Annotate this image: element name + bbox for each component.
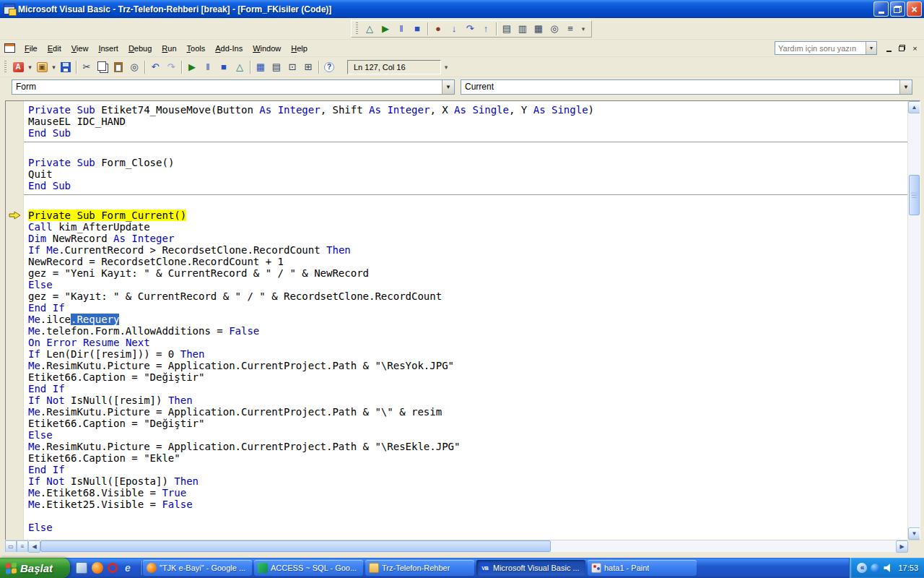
restore-button[interactable]: [890, 1, 905, 17]
margin-indicator-bar[interactable]: [6, 101, 24, 540]
locals-window-icon[interactable]: ▤: [499, 22, 515, 36]
tray-chevron-icon[interactable]: «: [857, 563, 867, 573]
menu-debug[interactable]: Debug: [123, 41, 157, 56]
code-line: If Not IsNull([resim]) Then: [28, 394, 907, 406]
menu-file[interactable]: File: [19, 41, 43, 56]
child-window-icon[interactable]: [4, 43, 15, 53]
procedure-combo-dropdown-icon[interactable]: ▼: [899, 80, 912, 94]
toggle-breakpoint-icon[interactable]: ●: [430, 22, 446, 36]
copy-icon[interactable]: [95, 60, 110, 74]
child-minimize-button[interactable]: [883, 43, 895, 53]
object-combo-dropdown-icon[interactable]: ▼: [442, 80, 454, 94]
call-stack-icon[interactable]: ≡: [562, 22, 578, 36]
code-line: Private Sub Form_Current(): [28, 210, 907, 221]
immediate-window-icon[interactable]: ▥: [515, 22, 531, 36]
volume-icon[interactable]: [884, 564, 893, 573]
menu-window[interactable]: Window: [248, 41, 286, 56]
menu-addins[interactable]: Add-Ins: [210, 41, 248, 56]
save-icon[interactable]: [58, 60, 74, 74]
design-mode-icon: △: [366, 23, 373, 34]
task-button-5[interactable]: hata1 - Paint: [588, 560, 697, 576]
scroll-left-icon[interactable]: ◀: [28, 540, 40, 553]
undo-icon[interactable]: ↶: [147, 60, 163, 74]
menu-run[interactable]: Run: [157, 41, 181, 56]
cut-icon[interactable]: ✂: [79, 60, 95, 74]
object-browser-icon[interactable]: ⊡: [284, 60, 300, 74]
run-icon[interactable]: ▶: [184, 60, 200, 74]
menu-help[interactable]: Help: [286, 41, 313, 56]
code-line: [28, 510, 907, 522]
watch-window-icon[interactable]: ▦: [531, 22, 546, 36]
menu-insert[interactable]: Insert: [93, 41, 123, 56]
standard-toolbar: A▾▣▾✂◎↶↷▶‖■△▦▤⊡⊞? Ln 127, Col 16 ▾: [0, 57, 924, 77]
vertical-scroll-thumb[interactable]: [909, 175, 920, 215]
design-mode-icon[interactable]: △: [362, 22, 378, 36]
minimize-button[interactable]: [873, 1, 889, 17]
help-search-box[interactable]: Yardım için soru yazın ▾: [775, 41, 877, 55]
horizontal-scroll-thumb[interactable]: [40, 540, 551, 552]
reset-icon[interactable]: ■: [216, 60, 232, 74]
view-host-app-icon[interactable]: A: [10, 60, 26, 74]
child-close-button[interactable]: ×: [909, 43, 921, 53]
taskbar-clock: 17:53: [898, 564, 918, 572]
toolbar-grip[interactable]: [4, 61, 6, 74]
step-out-icon[interactable]: ↑: [478, 22, 494, 36]
full-module-view-button[interactable]: ≡: [17, 540, 28, 553]
opera-icon[interactable]: [108, 563, 118, 573]
task-button-2[interactable]: ACCESS ~ SQL - Goo...: [254, 560, 363, 576]
horizontal-scroll-track[interactable]: [551, 540, 896, 552]
tray-app-icon[interactable]: [871, 564, 880, 573]
break-icon[interactable]: ‖: [393, 22, 409, 36]
task-button-1[interactable]: "TJK e-Bayi" - Google ...: [143, 560, 252, 576]
start-button[interactable]: Başlat: [0, 558, 70, 578]
menu-edit[interactable]: Edit: [43, 41, 66, 56]
run-icon[interactable]: ▶: [378, 22, 393, 36]
paste-icon: [114, 62, 123, 72]
horizontal-scrollbar[interactable]: ◀ ▶: [28, 540, 908, 552]
firefox-icon[interactable]: [92, 562, 103, 574]
reset-icon[interactable]: ■: [409, 22, 425, 36]
help-icon[interactable]: ?: [321, 60, 337, 74]
toolbar-options-icon[interactable]: ▾: [441, 60, 451, 74]
toolbar-separator: [144, 61, 145, 74]
scroll-right-icon[interactable]: ▶: [896, 540, 908, 553]
taskbar-divider: [141, 561, 141, 575]
procedure-combo[interactable]: Current ▼: [461, 79, 912, 95]
properties-window-icon[interactable]: ▤: [269, 60, 284, 74]
code-editor[interactable]: Private Sub Etiket74_MouseMove(Button As…: [24, 101, 907, 540]
child-restore-button[interactable]: [896, 43, 908, 53]
task-button-4[interactable]: VBMicrosoft Visual Basic ...: [476, 560, 585, 576]
toolbox-icon[interactable]: ⊞: [300, 60, 316, 74]
scroll-up-icon[interactable]: ▲: [908, 101, 920, 113]
code-line: Private Sub Etiket74_MouseMove(Button As…: [28, 104, 907, 116]
break-icon[interactable]: ‖: [200, 60, 216, 74]
toolbar-options-icon[interactable]: ▾: [578, 22, 588, 36]
code-line: If Me.CurrentRecord > RecordsetClone.Rec…: [28, 244, 907, 256]
step-over-icon[interactable]: ↷: [462, 22, 478, 36]
code-line: gez = "Yeni Kayıt: " & CurrentRecord & "…: [28, 267, 907, 279]
menu-view[interactable]: View: [66, 41, 94, 56]
redo-icon[interactable]: ↷: [163, 60, 179, 74]
help-dropdown-icon[interactable]: ▾: [866, 42, 876, 54]
toolbar-grip[interactable]: [356, 22, 358, 35]
window-bottom-frame: [5, 552, 920, 558]
project-explorer-icon[interactable]: ▦: [253, 60, 269, 74]
quick-watch-icon[interactable]: ◎: [546, 22, 562, 36]
menu-tools[interactable]: Tools: [182, 41, 211, 56]
show-desktop-icon[interactable]: [76, 562, 87, 574]
object-combo[interactable]: Form ▼: [12, 79, 455, 95]
design-mode-icon[interactable]: △: [232, 60, 248, 74]
insert-object-caret-icon[interactable]: ▾: [50, 60, 58, 74]
close-button[interactable]: ×: [907, 1, 922, 17]
procedure-view-button[interactable]: ▭: [5, 540, 17, 553]
view-host-app-caret-icon[interactable]: ▾: [26, 60, 34, 74]
vertical-scrollbar[interactable]: ▲ ▼: [907, 101, 920, 540]
find-icon[interactable]: ◎: [126, 60, 142, 74]
insert-object-icon[interactable]: ▣: [34, 60, 50, 74]
internet-explorer-icon[interactable]: e: [122, 562, 134, 574]
step-into-icon[interactable]: ↓: [446, 22, 462, 36]
scroll-down-icon[interactable]: ▼: [908, 527, 920, 540]
paste-icon[interactable]: [110, 60, 126, 74]
task-button-3[interactable]: Trz-Telefon-Rehber: [365, 560, 474, 576]
code-line: Quit: [28, 168, 907, 180]
